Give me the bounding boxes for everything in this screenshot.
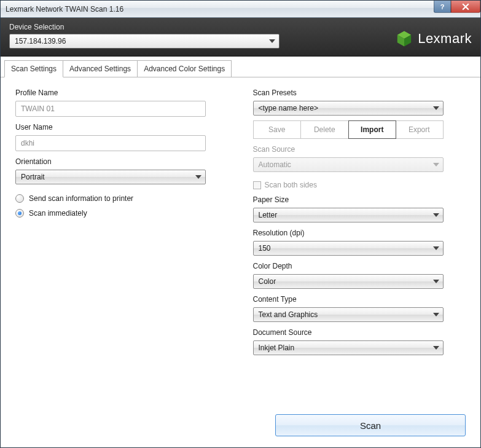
- close-button[interactable]: [451, 1, 480, 13]
- preset-export-button: Export: [396, 121, 443, 138]
- lexmark-logo-icon: [396, 30, 413, 47]
- scan-source-label: Scan Source: [253, 145, 466, 154]
- device-selection-label: Device Selection: [9, 23, 396, 31]
- scan-source-dropdown: Automatic: [253, 157, 444, 172]
- brand-name: Lexmark: [418, 31, 472, 47]
- profile-name-value: TWAIN 01: [21, 104, 55, 113]
- resolution-label: Resolution (dpi): [253, 229, 466, 237]
- radio-scan-label: Scan immediately: [29, 209, 87, 218]
- header-bar: Device Selection 157.184.139.96 Lexmark: [1, 18, 480, 57]
- chevron-down-icon: [269, 39, 275, 43]
- content-type-value: Text and Graphics: [259, 310, 318, 319]
- tab-advanced-settings[interactable]: Advanced Settings: [63, 60, 138, 77]
- radio-icon: [15, 209, 24, 218]
- chevron-down-icon: [433, 213, 439, 217]
- user-name-value: dkhi: [21, 139, 34, 147]
- scan-button-label: Scan: [360, 420, 381, 431]
- radio-icon: [15, 194, 24, 203]
- preset-import-button[interactable]: Import: [348, 120, 397, 139]
- chevron-down-icon: [433, 106, 439, 110]
- chevron-down-icon: [433, 280, 439, 283]
- radio-send-to-printer[interactable]: Send scan information to printer: [15, 194, 229, 203]
- profile-name-label: Profile Name: [15, 88, 229, 97]
- chevron-down-icon: [433, 246, 439, 250]
- window-title: Lexmark Network TWAIN Scan 1.16: [6, 5, 123, 14]
- radio-scan-immediately[interactable]: Scan immediately: [15, 209, 229, 218]
- paper-size-dropdown[interactable]: Letter: [253, 208, 444, 222]
- device-selection-value: 157.184.139.96: [15, 37, 66, 45]
- tabstrip: Scan Settings Advanced Settings Advanced…: [1, 57, 480, 77]
- document-source-label: Document Source: [253, 328, 466, 337]
- document-source-value: Inkjet Plain: [259, 344, 295, 352]
- brand-logo: Lexmark: [396, 30, 472, 49]
- tab-advanced-color-settings[interactable]: Advanced Color Settings: [138, 60, 232, 77]
- footer: Scan: [1, 407, 480, 447]
- checkbox-icon: [253, 181, 261, 189]
- color-depth-label: Color Depth: [253, 262, 466, 270]
- content-type-label: Content Type: [253, 295, 466, 304]
- scan-presets-dropdown[interactable]: <type name here>: [253, 101, 444, 116]
- preset-button-group: Save Delete Import Export: [253, 120, 444, 139]
- user-name-input[interactable]: dkhi: [15, 135, 206, 151]
- resolution-dropdown[interactable]: 150: [253, 241, 444, 256]
- content-area: Profile Name TWAIN 01 User Name dkhi Ori…: [1, 77, 480, 407]
- scan-source-value: Automatic: [259, 160, 291, 169]
- close-icon: [462, 3, 469, 10]
- resolution-value: 150: [259, 244, 271, 253]
- content-type-dropdown[interactable]: Text and Graphics: [253, 307, 444, 322]
- scan-both-sides-label: Scan both sides: [265, 181, 317, 189]
- scan-both-sides-checkbox: Scan both sides: [253, 181, 466, 189]
- right-column: Scan Presets <type name here> Save Delet…: [253, 88, 466, 401]
- titlebar: Lexmark Network TWAIN Scan 1.16 ?: [1, 1, 480, 18]
- scan-presets-label: Scan Presets: [253, 88, 466, 97]
- titlebar-buttons: ?: [434, 1, 480, 13]
- user-name-label: User Name: [15, 123, 229, 132]
- left-column: Profile Name TWAIN 01 User Name dkhi Ori…: [15, 88, 229, 401]
- scan-button[interactable]: Scan: [275, 414, 466, 436]
- color-depth-value: Color: [259, 277, 276, 286]
- app-window: Lexmark Network TWAIN Scan 1.16 ? Device…: [0, 0, 481, 448]
- profile-name-input[interactable]: TWAIN 01: [15, 101, 206, 117]
- chevron-down-icon: [433, 346, 439, 350]
- chevron-down-icon: [433, 163, 439, 167]
- orientation-label: Orientation: [15, 157, 229, 166]
- radio-send-label: Send scan information to printer: [29, 194, 133, 203]
- help-button[interactable]: ?: [434, 1, 451, 13]
- scan-presets-value: <type name here>: [259, 104, 318, 112]
- color-depth-dropdown[interactable]: Color: [253, 274, 444, 289]
- document-source-dropdown[interactable]: Inkjet Plain: [253, 340, 444, 355]
- paper-size-value: Letter: [259, 211, 278, 219]
- preset-delete-button: Delete: [301, 121, 349, 138]
- orientation-dropdown[interactable]: Portrait: [15, 170, 206, 184]
- preset-save-button: Save: [254, 121, 302, 138]
- tab-scan-settings[interactable]: Scan Settings: [4, 60, 63, 77]
- device-selection-dropdown[interactable]: 157.184.139.96: [9, 34, 280, 49]
- paper-size-label: Paper Size: [253, 195, 466, 204]
- orientation-value: Portrait: [21, 173, 45, 181]
- chevron-down-icon: [433, 313, 439, 316]
- device-block: Device Selection 157.184.139.96: [9, 23, 396, 49]
- chevron-down-icon: [195, 175, 201, 179]
